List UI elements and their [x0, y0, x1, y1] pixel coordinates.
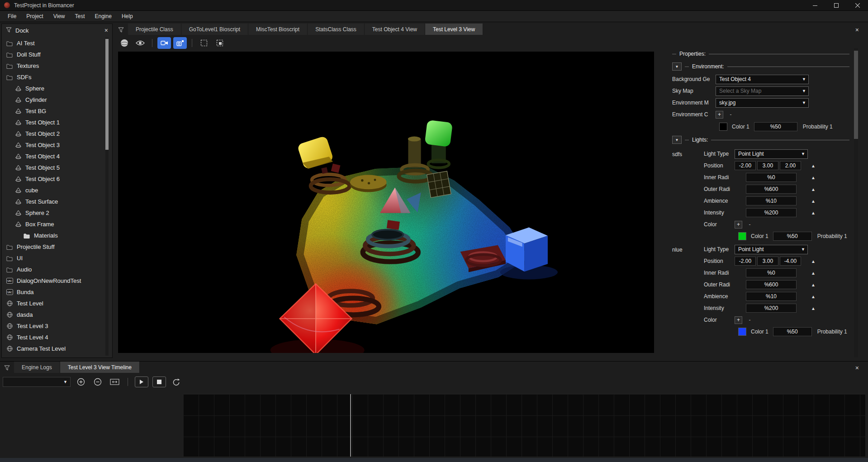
- position-input[interactable]: -4.00: [780, 257, 801, 266]
- tree-item-box-frame[interactable]: Box Frame: [2, 219, 104, 230]
- dock-close-icon[interactable]: ×: [104, 27, 108, 33]
- dock-scrollbar-thumb[interactable]: [105, 39, 109, 150]
- spinner-up-icon[interactable]: ▲: [811, 187, 816, 192]
- stop-icon[interactable]: [152, 376, 166, 387]
- inner-radi-input[interactable]: %0: [746, 268, 797, 277]
- spinner-up-icon[interactable]: ▲: [811, 199, 816, 204]
- spinner-up-icon[interactable]: ▲: [811, 163, 816, 168]
- menu-file[interactable]: File: [3, 12, 21, 21]
- spinner-up-icon[interactable]: ▲: [811, 294, 816, 299]
- environment-map-dropdown[interactable]: sky.jpg ▼: [716, 98, 809, 108]
- maximize-button[interactable]: [825, 0, 847, 10]
- remove-environment-color-button[interactable]: -: [727, 111, 735, 119]
- tree-item-bunda[interactable]: SRCBunda: [2, 286, 104, 298]
- loop-icon[interactable]: [170, 376, 183, 387]
- outer-radi-input[interactable]: %600: [746, 185, 797, 194]
- menu-engine[interactable]: Engine: [90, 12, 117, 21]
- tab-test-object-4-view[interactable]: Test Object 4 View: [365, 24, 425, 35]
- tree-item-sdfs[interactable]: SDFs: [2, 71, 104, 83]
- outer-radi-input[interactable]: %600: [746, 280, 797, 289]
- menu-test[interactable]: Test: [70, 12, 90, 21]
- intensity-input[interactable]: %200: [746, 208, 797, 217]
- sky-map-dropdown[interactable]: Select a Sky Map ▼: [716, 86, 809, 96]
- color-value-input[interactable]: %50: [754, 122, 797, 131]
- viewport-3d[interactable]: [118, 52, 654, 353]
- close-button[interactable]: [847, 0, 868, 10]
- tree-item-test-object-5[interactable]: Test Object 5: [2, 162, 104, 173]
- tree-item-test-object-3[interactable]: Test Object 3: [2, 139, 104, 151]
- add-light-color-button[interactable]: +: [735, 221, 742, 229]
- tab-gotolevel1-bioscript[interactable]: GoToLevel1 Bioscript: [181, 24, 248, 35]
- camera-view-icon[interactable]: [157, 37, 171, 49]
- tree-item-projectile-stuff[interactable]: Projectile Stuff: [2, 241, 104, 252]
- tree-item-doll-stuff[interactable]: Doll Stuff: [2, 49, 104, 60]
- light-color-swatch[interactable]: [738, 232, 746, 240]
- spinner-up-icon[interactable]: ▲: [811, 210, 816, 215]
- tab-misctest-bioscript[interactable]: MiscTest Bioscript: [248, 24, 308, 35]
- tree-item-test-level-3[interactable]: Test Level 3: [2, 320, 104, 332]
- spinner-up-icon[interactable]: ▲: [811, 282, 816, 287]
- dock-scrollbar[interactable]: [105, 38, 109, 356]
- timeline-track-dropdown[interactable]: ▼: [3, 377, 71, 387]
- play-icon[interactable]: [135, 376, 148, 387]
- tree-item-cylinder[interactable]: Cylinder: [2, 94, 104, 105]
- tree-item-test-level-4[interactable]: Test Level 4: [2, 332, 104, 343]
- marquee-select-inner-icon[interactable]: [213, 37, 227, 49]
- tab-panel-close-icon[interactable]: ×: [855, 26, 859, 33]
- tab-engine-logs[interactable]: Engine Logs: [14, 362, 60, 373]
- spinner-up-icon[interactable]: ▲: [811, 175, 816, 180]
- spinner-up-icon[interactable]: ▲: [811, 306, 816, 311]
- tree-item-test-bg[interactable]: Test BG: [2, 105, 104, 117]
- tab-projectile-class[interactable]: Projectile Class: [128, 24, 181, 35]
- menu-view[interactable]: View: [48, 12, 70, 21]
- camera-follow-icon[interactable]: [173, 37, 187, 49]
- tree-item-textures[interactable]: Textures: [2, 60, 104, 71]
- spinner-up-icon[interactable]: ▲: [811, 259, 816, 264]
- light-color-swatch[interactable]: [738, 328, 746, 336]
- tree-item-test-object-1[interactable]: Test Object 1: [2, 117, 104, 128]
- tab-statsclass-class[interactable]: StatsClass Class: [308, 24, 365, 35]
- properties-scrollbar-thumb[interactable]: [854, 51, 858, 139]
- environment-color-swatch[interactable]: [719, 123, 727, 131]
- remove-light-color-button[interactable]: -: [746, 316, 754, 324]
- eye-icon[interactable]: [133, 37, 147, 49]
- tree-item-dasda[interactable]: dasda: [2, 309, 104, 320]
- position-input[interactable]: 3.00: [757, 257, 778, 266]
- tree-item-ui[interactable]: UI: [2, 252, 104, 264]
- marquee-select-icon[interactable]: [197, 37, 211, 49]
- timeline-playhead[interactable]: [350, 394, 351, 457]
- properties-scrollbar[interactable]: [854, 48, 858, 357]
- menu-project[interactable]: Project: [21, 12, 48, 21]
- tree-item-test-level[interactable]: Test Level: [2, 298, 104, 309]
- ambience-input[interactable]: %10: [746, 196, 797, 205]
- tree-item-test-surface[interactable]: Test Surface: [2, 196, 104, 207]
- tree-item-ai-test[interactable]: AI Test: [2, 38, 104, 49]
- bottom-panel-close-icon[interactable]: ×: [855, 364, 859, 372]
- position-input[interactable]: 3.00: [757, 161, 778, 170]
- sphere-icon[interactable]: [118, 37, 131, 49]
- minimize-button[interactable]: [804, 0, 825, 10]
- panel-menu-icon[interactable]: [4, 365, 10, 371]
- tree-item-sphere[interactable]: Sphere: [2, 83, 104, 94]
- color-value-input[interactable]: %50: [773, 232, 812, 241]
- ambience-input[interactable]: %10: [746, 292, 797, 301]
- fit-width-icon[interactable]: [108, 376, 121, 387]
- spinner-up-icon[interactable]: ▲: [811, 271, 816, 276]
- tree-item-audio[interactable]: Audio: [2, 264, 104, 275]
- tab-test-level-3-view[interactable]: Test Level 3 View: [425, 24, 483, 35]
- color-value-input[interactable]: %50: [773, 327, 812, 336]
- add-environment-color-button[interactable]: +: [716, 111, 723, 119]
- tree-item-materials[interactable]: Materials: [2, 230, 104, 241]
- remove-light-color-button[interactable]: -: [746, 221, 754, 229]
- zoom-in-icon[interactable]: [75, 376, 87, 387]
- menu-help[interactable]: Help: [117, 12, 138, 21]
- collapse-lights-button[interactable]: ▼: [672, 136, 682, 144]
- background-geometry-dropdown[interactable]: Test Object 4 ▼: [716, 75, 809, 84]
- tree-item-test-object-2[interactable]: Test Object 2: [2, 128, 104, 139]
- intensity-input[interactable]: %200: [746, 304, 797, 313]
- tree-item-camera-test-level[interactable]: Camera Test Level: [2, 343, 104, 354]
- collapse-environment-button[interactable]: ▼: [672, 62, 682, 71]
- zoom-out-icon[interactable]: [91, 376, 104, 387]
- inner-radi-input[interactable]: %0: [746, 173, 797, 182]
- tree-item-cube[interactable]: cube: [2, 185, 104, 196]
